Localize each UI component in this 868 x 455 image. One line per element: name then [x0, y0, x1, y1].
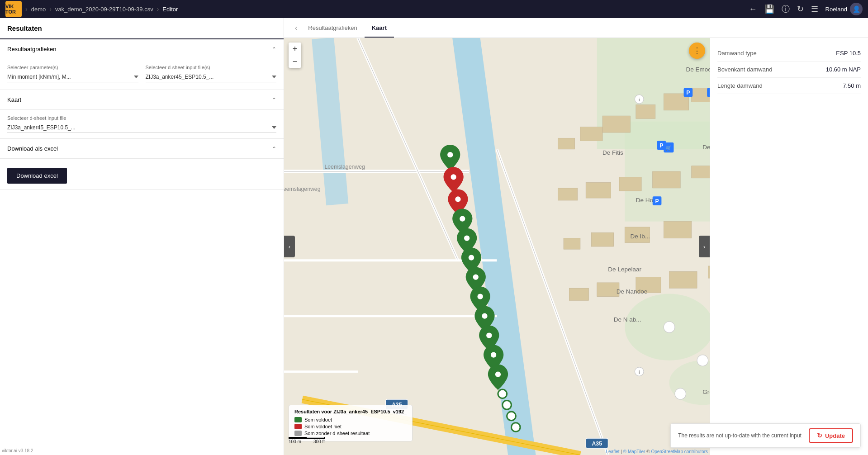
top-navigation: VIK TOR › demo › vak_demo_2020-09-29T10-…: [0, 0, 868, 18]
property-row-2: Lengte damwand 7.50 m: [717, 78, 861, 94]
right-sidebar: Damwand type ESP 10.5 Bovenkant damwand …: [710, 38, 868, 455]
svg-text:De Nandoe: De Nandoe: [617, 288, 647, 295]
resultaatgrafieken-section-header[interactable]: Resultaatgrafieken ⌃: [0, 39, 284, 59]
info-icon[interactable]: ⓘ: [782, 4, 790, 14]
svg-point-85: [503, 401, 512, 410]
svg-point-76: [464, 235, 470, 241]
kaart-section-header[interactable]: Kaart ⌃: [0, 90, 284, 110]
svg-text:🛒: 🛒: [665, 145, 672, 151]
svg-point-82: [491, 352, 496, 358]
svg-point-75: [460, 216, 465, 221]
svg-point-81: [486, 333, 492, 338]
svg-point-83: [495, 372, 501, 377]
svg-rect-34: [564, 238, 580, 250]
map-arrow-left[interactable]: ‹: [284, 236, 295, 257]
svg-rect-35: [591, 232, 613, 246]
user-menu[interactable]: Roeland 👤: [825, 3, 863, 15]
param-select[interactable]: Min moment [kNm/m], M...: [7, 72, 138, 82]
svg-point-86: [507, 412, 516, 421]
input-label: Selecteer d-sheet input file(s): [146, 65, 277, 70]
svg-text:Grensweg: Grensweg: [702, 389, 710, 395]
param-group: Selecteer parameter(s) Min moment [kNm/m…: [7, 65, 138, 82]
download-label: Download als excel: [7, 145, 58, 152]
zoom-in-button[interactable]: +: [289, 43, 301, 55]
legend-color-grey: [294, 431, 302, 436]
svg-text:De Gore: De Gore: [702, 144, 710, 151]
property-label-0: Damwand type: [717, 50, 836, 57]
update-button[interactable]: ↻ Update: [809, 428, 853, 443]
main-layout: Resultaten Resultaatgrafieken ⌃ Selectee…: [0, 18, 868, 455]
legend-label-2: Som zonder d-sheet resultaat: [304, 431, 370, 436]
svg-rect-39: [597, 283, 619, 297]
svg-rect-29: [558, 188, 578, 200]
kaart-input-group: Selecteer d-sheet input file ZIJ3a_anker…: [7, 115, 276, 133]
leaflet-link[interactable]: Leaflet: [606, 449, 620, 454]
maptiler-link[interactable]: © MapTiler: [623, 449, 645, 454]
scale-label-ft: 300 ft: [313, 439, 325, 444]
tab-nav-prev[interactable]: ‹: [291, 22, 301, 34]
zoom-out-button[interactable]: −: [289, 55, 301, 68]
svg-text:De Fitis: De Fitis: [602, 149, 623, 156]
svg-rect-38: [569, 288, 588, 300]
update-icon: ↻: [817, 432, 822, 439]
svg-text:P: P: [659, 142, 663, 149]
legend-item-0: Som voldoet: [294, 417, 407, 422]
arrow-left-icon: ‹: [289, 243, 290, 250]
nav-sep-1: ›: [25, 5, 28, 13]
map-menu-button[interactable]: ⋮: [689, 43, 705, 59]
kaart-input-select[interactable]: ZIJ3a_anker45_ESP10.5_...: [7, 123, 276, 133]
svg-text:P: P: [655, 198, 659, 204]
right-panel: ‹ Resultaatgrafieken Kaart: [284, 18, 868, 455]
svg-rect-37: [664, 222, 691, 238]
svg-rect-41: [669, 271, 697, 288]
breadcrumb-editor[interactable]: Editor: [162, 6, 178, 13]
history-icon[interactable]: ↻: [797, 4, 804, 14]
tab-resultaatgrafieken[interactable]: Resultaatgrafieken: [301, 19, 364, 38]
menu-icon[interactable]: ☰: [811, 4, 818, 14]
map-legend: Resultaten voor ZIJ3a_anker45_ESP10.5_v1…: [289, 405, 413, 441]
map-area[interactable]: A35 A35: [284, 38, 710, 455]
zoom-controls: + −: [289, 43, 301, 68]
svg-point-72: [447, 152, 453, 157]
svg-text:Leemslagenweg: Leemslagenweg: [324, 164, 365, 170]
legend-item-1: Som voldoet niet: [294, 424, 407, 429]
svg-text:P: P: [686, 90, 690, 96]
nav-sep-3: ›: [157, 5, 159, 13]
kaart-chevron: ⌃: [272, 97, 276, 103]
version-badge: viktor.ai v3.18.2: [2, 448, 33, 453]
legend-color-green: [294, 417, 302, 422]
nav-sep-2: ›: [49, 5, 52, 13]
param-row: Selecteer parameter(s) Min moment [kNm/m…: [7, 65, 276, 82]
osm-link[interactable]: OpenStreetMap contributors: [651, 449, 708, 454]
svg-point-84: [498, 389, 507, 398]
download-section-header[interactable]: Download als excel ⌃: [0, 139, 284, 159]
property-label-2: Lengte damwand: [717, 82, 843, 89]
save-icon[interactable]: 💾: [764, 4, 774, 14]
breadcrumb-demo[interactable]: demo: [31, 6, 46, 13]
update-bar: The results are not up-to-date with the …: [670, 423, 861, 448]
map-attribution: Leaflet | © MapTiler © OpenStreetMap con…: [606, 449, 708, 454]
kaart-input-label: Selecteer d-sheet input file: [7, 115, 276, 121]
input-select[interactable]: ZIJ3a_anker45_ESP10.5_...: [146, 72, 277, 82]
svg-text:Leemslagenweg: Leemslagenweg: [284, 186, 321, 192]
tab-kaart[interactable]: Kaart: [365, 19, 394, 38]
download-excel-button[interactable]: Download excel: [7, 168, 67, 184]
svg-rect-23: [558, 138, 575, 149]
svg-rect-31: [619, 177, 641, 191]
property-value-1: 10.60 m NAP: [826, 66, 861, 73]
update-message: The results are not up-to-date with the …: [678, 432, 802, 439]
left-panel: Resultaten Resultaatgrafieken ⌃ Selectee…: [0, 18, 284, 455]
svg-text:A35: A35: [592, 441, 602, 447]
svg-point-78: [473, 274, 479, 280]
svg-rect-33: [692, 166, 710, 178]
svg-rect-26: [636, 105, 655, 119]
breadcrumb-file[interactable]: vak_demo_2020-09-29T10-09-39.csv: [55, 6, 153, 13]
map-svg: A35 A35: [284, 38, 710, 455]
tabs-bar: ‹ Resultaatgrafieken Kaart: [284, 18, 868, 38]
back-icon[interactable]: ←: [749, 5, 757, 14]
avatar: 👤: [850, 3, 863, 15]
map-arrow-right[interactable]: ›: [699, 236, 710, 257]
panel-title: Resultaten: [0, 18, 284, 39]
logo: VIK TOR: [5, 1, 22, 17]
kaart-label: Kaart: [7, 96, 21, 103]
